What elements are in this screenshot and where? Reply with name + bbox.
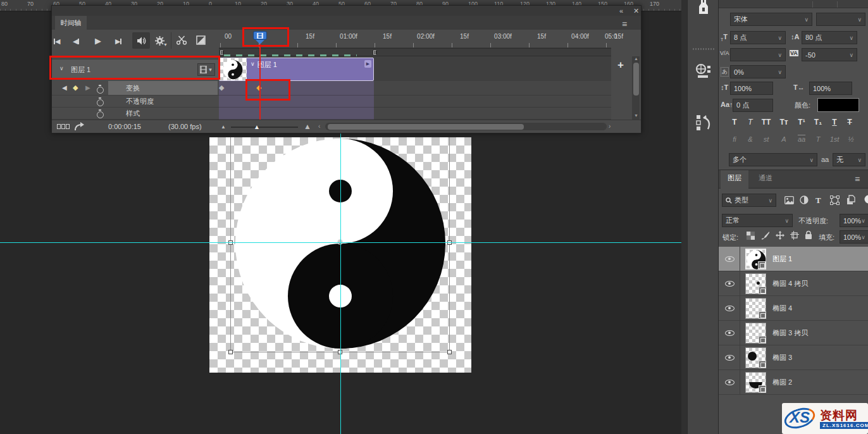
faux-italic-button[interactable]: T bbox=[743, 118, 757, 127]
layer-name[interactable]: 椭圆 4 拷贝 bbox=[772, 279, 808, 288]
transform-handle-bottom-right[interactable] bbox=[447, 350, 452, 354]
dock-grip[interactable] bbox=[693, 48, 714, 50]
layer-row-1[interactable]: 椭圆 4 拷贝 bbox=[719, 271, 868, 296]
stopwatch-icon[interactable] bbox=[97, 99, 104, 106]
layer-filter-select[interactable]: 类型∨ bbox=[722, 194, 776, 207]
filter-smart-objects-icon[interactable] bbox=[846, 195, 855, 205]
all-caps-button[interactable]: TT bbox=[759, 118, 773, 127]
scroll-right-icon[interactable]: › bbox=[609, 123, 611, 130]
strikethrough-button[interactable]: T bbox=[843, 118, 857, 127]
ligatures-button[interactable]: fi bbox=[728, 135, 741, 143]
tab-timeline[interactable]: 时间轴 bbox=[55, 16, 87, 30]
panel-menu-icon[interactable]: ≡ bbox=[855, 174, 860, 184]
language-select[interactable]: 多个∨ bbox=[729, 153, 817, 166]
layer-row-5[interactable]: 椭圆 2 bbox=[719, 370, 868, 395]
transform-handle-bottom-left[interactable] bbox=[228, 350, 233, 354]
horizontal-scale-field[interactable]: 100% bbox=[809, 82, 852, 95]
layer-thumbnail[interactable] bbox=[745, 249, 766, 270]
collapsed-3d-panel-icon[interactable] bbox=[695, 63, 712, 80]
layer-row-3[interactable]: 椭圆 3 拷贝 bbox=[719, 321, 868, 345]
property-row-opacity[interactable]: 不透明度 bbox=[52, 96, 219, 108]
keyframe-toggle-icon[interactable]: ◆ bbox=[73, 84, 78, 91]
property-row-style[interactable]: 样式 bbox=[52, 108, 219, 120]
tracking-field[interactable]: -50∨ bbox=[802, 48, 857, 61]
render-video-icon[interactable] bbox=[75, 122, 85, 131]
property-label[interactable]: 变换 bbox=[126, 84, 140, 93]
lock-artboard-icon[interactable] bbox=[790, 231, 799, 240]
previous-keyframe-icon[interactable]: ◀ bbox=[62, 84, 67, 91]
font-size-field[interactable]: 8 点∨ bbox=[730, 31, 786, 44]
stopwatch-icon[interactable] bbox=[97, 87, 104, 94]
transition-button[interactable] bbox=[196, 35, 206, 45]
horizontal-scrollbar[interactable] bbox=[325, 123, 607, 130]
faux-bold-button[interactable]: T bbox=[728, 118, 741, 127]
filter-pixel-layers-icon[interactable] bbox=[784, 196, 794, 204]
scroll-down-icon[interactable]: ▼ bbox=[634, 113, 638, 118]
work-area-start-handle[interactable] bbox=[220, 49, 224, 56]
transform-keyframe-track[interactable] bbox=[219, 81, 374, 96]
lock-transparency-icon[interactable] bbox=[747, 232, 755, 240]
superscript-button[interactable]: T¹ bbox=[795, 118, 809, 127]
chevron-down-icon[interactable]: ∨ bbox=[251, 61, 255, 80]
layer-row-2[interactable]: 椭圆 4 bbox=[719, 296, 868, 321]
play-button[interactable]: ▶ bbox=[95, 36, 101, 46]
underline-button[interactable]: T bbox=[828, 118, 841, 127]
visibility-eye-icon[interactable] bbox=[725, 281, 735, 287]
clip-options-button[interactable]: ▶ bbox=[364, 60, 371, 68]
property-label[interactable]: 不透明度 bbox=[126, 97, 154, 106]
small-caps-button[interactable]: Tᴛ bbox=[777, 118, 791, 127]
tsume-field[interactable]: 0%∨ bbox=[730, 65, 786, 78]
style-keyframe-track[interactable] bbox=[219, 108, 374, 120]
filter-adjustment-layers-icon[interactable] bbox=[800, 195, 809, 204]
contextual-alternates-button[interactable]: & bbox=[743, 135, 757, 143]
font-style-select[interactable]: ∨ bbox=[816, 13, 865, 26]
tab-channels[interactable]: 通道 bbox=[752, 170, 779, 187]
font-family-select[interactable]: 宋体∨ bbox=[730, 13, 812, 26]
kerning-field[interactable]: ∨ bbox=[730, 48, 786, 61]
collapsed-history-panel-icon[interactable] bbox=[695, 114, 712, 132]
panel-close-icon[interactable]: ✕ bbox=[633, 7, 639, 15]
layer-name[interactable]: 椭圆 2 bbox=[772, 378, 792, 387]
tab-layers[interactable]: 图层 bbox=[721, 170, 748, 189]
timeline-settings-button[interactable]: ▼ bbox=[155, 36, 164, 46]
previous-frame-button[interactable]: ◀ bbox=[73, 36, 79, 46]
layer-name[interactable]: 椭圆 3 bbox=[772, 353, 792, 363]
stopwatch-icon[interactable] bbox=[97, 111, 104, 118]
filter-shape-layers-icon[interactable] bbox=[830, 195, 840, 205]
work-area-bar[interactable] bbox=[219, 48, 611, 56]
panel-collapse-icon[interactable]: « bbox=[619, 7, 623, 15]
timeline-clip-layer-1[interactable]: ∨ 图层 1 ▶ bbox=[219, 58, 374, 81]
split-clip-button[interactable] bbox=[177, 35, 187, 45]
ordinals-button[interactable]: 1st bbox=[828, 135, 841, 143]
layer-thumbnail[interactable] bbox=[745, 372, 766, 393]
visibility-eye-icon[interactable] bbox=[725, 380, 735, 385]
layer-name[interactable]: 图层 1 bbox=[772, 254, 792, 264]
layer-thumbnail[interactable] bbox=[745, 347, 766, 368]
zoom-slider-thumb[interactable]: ▲ bbox=[254, 123, 260, 130]
layer-thumbnail[interactable] bbox=[745, 273, 766, 294]
layer-row-0[interactable]: 图层 1 bbox=[719, 247, 868, 271]
keyframe-diamond-start[interactable]: ◆ bbox=[219, 84, 224, 91]
layer-thumbnail[interactable] bbox=[745, 323, 766, 344]
collapsed-tool-panel-icon[interactable] bbox=[697, 0, 710, 15]
leading-field[interactable]: 80 点∨ bbox=[802, 31, 857, 44]
discretionary-ligatures-button[interactable]: st bbox=[759, 135, 773, 143]
work-area-end-handle[interactable] bbox=[373, 49, 377, 56]
opacity-keyframe-track[interactable] bbox=[219, 96, 374, 108]
layer-thumbnail[interactable] bbox=[745, 298, 766, 319]
scroll-left-icon[interactable]: ‹ bbox=[318, 123, 320, 130]
titling-alternates-button[interactable]: T bbox=[811, 135, 825, 143]
scrollbar-thumb[interactable] bbox=[328, 124, 524, 130]
scrollbar-thumb[interactable] bbox=[633, 63, 639, 96]
audio-toggle-button[interactable] bbox=[132, 32, 150, 49]
zoom-in-icon[interactable]: ▲ bbox=[304, 122, 311, 131]
fill-field[interactable]: 100%∨ bbox=[840, 230, 868, 244]
property-label[interactable]: 样式 bbox=[126, 109, 140, 118]
filter-type-layers-icon[interactable]: T bbox=[815, 195, 821, 206]
filter-extra-icon[interactable] bbox=[863, 195, 868, 204]
layer-name[interactable]: 椭圆 4 bbox=[772, 304, 792, 313]
property-row-transform[interactable]: ◀ ◆ ▶ 变换 bbox=[52, 81, 219, 96]
add-media-button[interactable]: + bbox=[617, 59, 624, 71]
timeline-zoom-slider[interactable]: ▲ bbox=[231, 127, 298, 128]
swash-button[interactable]: A bbox=[777, 135, 791, 143]
